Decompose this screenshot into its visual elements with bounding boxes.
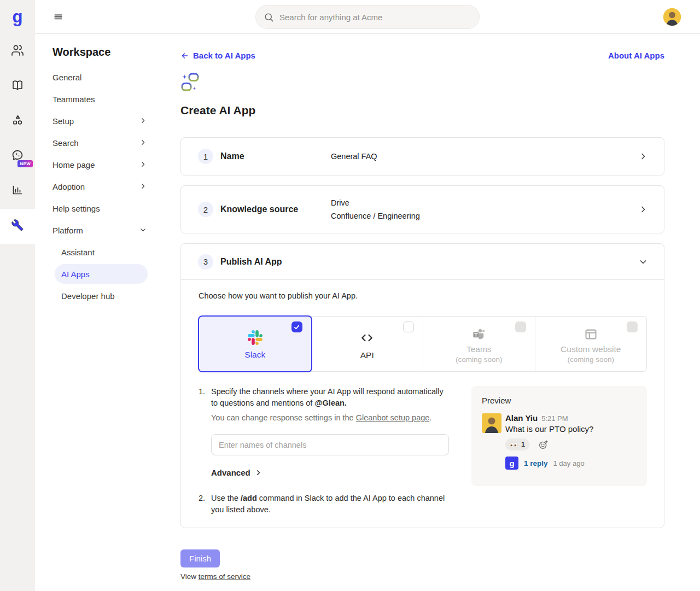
channels-input[interactable] xyxy=(211,434,449,455)
option-api[interactable]: API xyxy=(311,317,423,371)
about-link-label: About AI Apps xyxy=(608,51,664,60)
user-avatar[interactable] xyxy=(663,8,681,26)
rail-item-knowledge[interactable] xyxy=(0,69,35,104)
sidebar-item-general[interactable]: General xyxy=(52,66,147,88)
eyes-emoji-icon xyxy=(510,441,518,448)
glean-mention: @Glean. xyxy=(314,399,346,407)
list-number: 2. xyxy=(199,493,211,515)
sidebar-item-search[interactable]: Search xyxy=(52,132,147,154)
people-icon xyxy=(11,44,24,59)
step-value: Confluence / Engineering xyxy=(331,209,639,223)
sidebar-item-developer-hub[interactable]: Developer hub xyxy=(61,285,180,307)
sidebar-item-teammates[interactable]: Teammates xyxy=(52,88,147,110)
chevron-right-icon xyxy=(139,182,147,191)
thread-reply-time: 1 day ago xyxy=(553,459,585,467)
sidebar-item-label: Adoption xyxy=(52,182,85,191)
terms-prefix: View xyxy=(180,572,199,581)
sidebar-item-label: Platform xyxy=(52,226,83,235)
glean-logo-icon[interactable]: g xyxy=(0,0,35,34)
new-badge: NEW xyxy=(18,160,33,167)
sidebar-item-adoption[interactable]: Adoption xyxy=(52,175,147,197)
sidebar-item-ai-apps[interactable]: AI Apps xyxy=(55,264,148,284)
back-to-ai-apps-link[interactable]: Back to AI Apps xyxy=(180,51,255,60)
terms-of-service-link[interactable]: terms of service xyxy=(199,572,250,581)
book-icon xyxy=(11,79,24,94)
step-title: Publish AI App xyxy=(220,257,282,267)
back-link-label: Back to AI Apps xyxy=(193,51,255,60)
option-label: Slack xyxy=(244,350,265,360)
option-custom-website: Custom website (coming soon) xyxy=(535,317,647,371)
step-row-name[interactable]: 1 Name General FAQ xyxy=(181,138,664,175)
thread-reply-link: 1 reply xyxy=(524,459,548,467)
bar-chart-icon xyxy=(11,184,24,199)
search-input[interactable] xyxy=(279,13,471,22)
option-sublabel: (coming soon) xyxy=(456,355,503,364)
publish-intro-text: Choose how you want to publish your AI A… xyxy=(199,291,647,300)
option-slack[interactable]: Slack xyxy=(199,317,311,371)
rail-item-analytics[interactable] xyxy=(0,174,35,209)
step-row-knowledge-source[interactable]: 2 Knowledge source Drive Confluence / En… xyxy=(181,186,664,233)
hamburger-menu-icon[interactable] xyxy=(53,11,63,22)
teams-checkbox xyxy=(515,321,526,332)
chevron-right-icon xyxy=(639,205,648,214)
sidebar-item-label: Assistant xyxy=(61,248,95,257)
advanced-toggle[interactable]: Advanced xyxy=(211,468,262,477)
api-checkbox[interactable] xyxy=(403,321,414,332)
slack-checkbox[interactable] xyxy=(291,321,302,332)
message-text: What is our PTO policy? xyxy=(505,424,593,434)
browser-window-icon xyxy=(584,327,598,342)
add-command: /add xyxy=(241,494,257,502)
step-card-knowledge-source: 2 Knowledge source Drive Confluence / En… xyxy=(180,185,664,233)
add-reaction-icon xyxy=(538,440,549,450)
rail-item-apps[interactable] xyxy=(0,104,35,139)
gleanbot-avatar-icon: g xyxy=(505,457,518,470)
ai-app-icon xyxy=(180,72,664,95)
rail-item-people[interactable] xyxy=(0,34,35,69)
sidebar-item-home-page[interactable]: Home page xyxy=(52,154,147,175)
note-text: You can change response settings in the xyxy=(211,413,356,422)
chevron-down-icon xyxy=(139,226,147,235)
app-window: g xyxy=(0,0,700,591)
instruction-item-2: 2. Use the /add command in Slack to add … xyxy=(199,493,449,515)
list-number: 1. xyxy=(199,386,211,408)
slack-icon xyxy=(248,330,262,345)
chevron-right-icon xyxy=(255,469,262,476)
sidebar-item-label: Setup xyxy=(52,116,74,126)
sidebar-item-setup[interactable]: Setup xyxy=(52,110,147,132)
step-row-publish[interactable]: 3 Publish AI App xyxy=(181,244,664,280)
main-content: Back to AI Apps About AI Apps xyxy=(180,34,700,591)
chevron-down-icon xyxy=(639,258,648,266)
sidebar-item-label: Help settings xyxy=(52,204,100,213)
instruction-text: Use the xyxy=(211,494,241,502)
sidebar-item-label: AI Apps xyxy=(61,270,90,279)
option-teams: Teams (coming soon) xyxy=(423,317,535,371)
note-text: . xyxy=(429,413,431,422)
teams-icon xyxy=(471,327,486,342)
instruction-item-1: 1. Specify the channels where your AI Ap… xyxy=(199,386,449,408)
message-avatar xyxy=(482,413,501,433)
sidebar-item-assistant[interactable]: Assistant xyxy=(61,241,180,263)
topbar xyxy=(35,0,700,34)
rail-item-assistant[interactable]: NEW xyxy=(0,139,35,174)
terms-text: View terms of service xyxy=(180,572,664,581)
step-title: Name xyxy=(220,151,244,161)
code-icon xyxy=(359,330,375,346)
option-label: API xyxy=(360,350,374,360)
sidebar-item-label: Search xyxy=(52,138,79,148)
option-label: Teams xyxy=(466,344,492,354)
about-ai-apps-link[interactable]: About AI Apps xyxy=(608,51,664,60)
back-arrow-icon xyxy=(180,51,189,60)
sidebar-item-help-settings[interactable]: Help settings xyxy=(52,197,147,219)
message-author: Alan Yiu xyxy=(505,413,538,423)
finish-button[interactable]: Finish xyxy=(180,549,220,567)
advanced-label: Advanced xyxy=(211,468,250,477)
response-settings-note: You can change response settings in the … xyxy=(211,413,449,422)
global-search[interactable] xyxy=(255,5,480,29)
icon-rail: g xyxy=(0,0,35,591)
gleanbot-setup-page-link[interactable]: Gleanbot setup page xyxy=(356,413,430,422)
step-card-name: 1 Name General FAQ xyxy=(180,137,664,175)
custom-website-checkbox xyxy=(627,321,638,332)
workspace-sidebar: Workspace General Teammates Setup Search… xyxy=(35,34,180,591)
rail-item-admin-tools[interactable] xyxy=(0,209,35,244)
sidebar-item-platform[interactable]: Platform xyxy=(52,219,147,241)
